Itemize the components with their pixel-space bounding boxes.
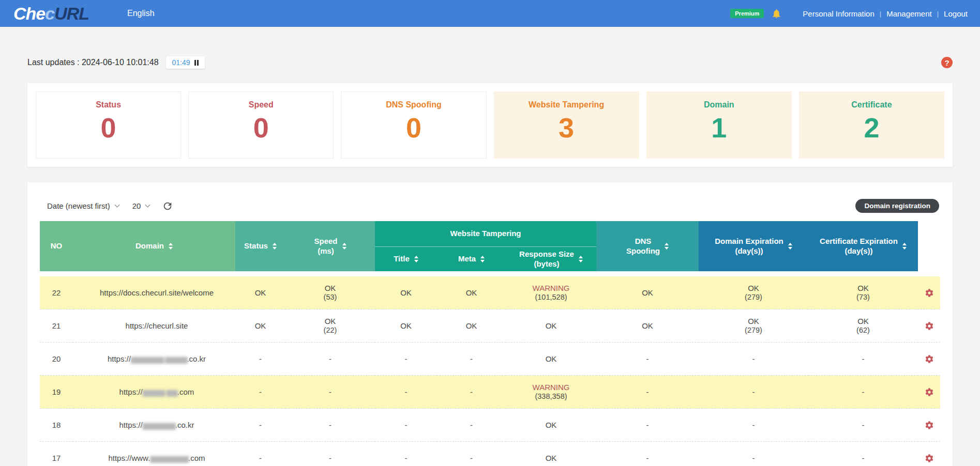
cell-certificate-expiration: OK(62) (808, 309, 918, 343)
cell-domain-expiration: - (699, 409, 808, 442)
cell-meta: - (437, 409, 506, 442)
card-title: Website Tampering (494, 100, 639, 110)
cell-title: - (375, 376, 437, 409)
table-row: 21https://checurl.siteOKOK(22)OKOKOKOKOK… (40, 309, 940, 343)
row-settings-gear-icon[interactable] (925, 421, 934, 430)
table-row: 20https://▆▆▆▆▆▆.▆▆▆▆.co.kr----OK--- (40, 343, 940, 376)
th-meta[interactable]: Meta (437, 247, 506, 271)
card-title: Status (36, 100, 180, 110)
logo-part-1: Che (13, 4, 45, 23)
row-settings-gear-icon[interactable] (925, 354, 934, 364)
cell-status: - (235, 376, 285, 409)
row-domain: https://docs.checurl.site/welcome (73, 276, 235, 309)
summary-card-website-tampering[interactable]: Website Tampering3 (494, 91, 639, 159)
cell-response-size: OK (506, 442, 596, 466)
page-content: Last updates : 2024-06-10 10:01:48 01:49… (0, 56, 980, 466)
cell-speed: OK(22) (285, 309, 375, 343)
cell-response-size: OK (506, 343, 596, 376)
th-certificate-expiration[interactable]: Certificate Expiration (day(s)) (808, 221, 918, 271)
sort-icon (579, 256, 583, 262)
card-value: 2 (800, 110, 944, 146)
nav-link-management[interactable]: Management (886, 9, 932, 18)
card-title: DNS Spoofing (341, 100, 486, 110)
sort-icon (902, 243, 907, 250)
cell-status: - (235, 343, 285, 376)
cell-meta: OK (437, 309, 506, 343)
row-domain: https://▆▆▆▆-▆▆.com (73, 376, 235, 409)
th-domain-expiration[interactable]: Domain Expiration (day(s)) (699, 221, 808, 271)
cell-dns-spoofing: OK (596, 276, 699, 309)
th-dns-spoofing[interactable]: DNS Spoofing (596, 221, 699, 271)
row-settings-gear-icon[interactable] (925, 321, 934, 331)
table-row: 17https://www.▆▆▆▆▆▆▆.com----OK--- (40, 442, 940, 466)
cell-domain-expiration: - (699, 376, 808, 409)
summary-card-domain[interactable]: Domain1 (646, 91, 792, 159)
cell-title: - (375, 343, 437, 376)
sort-icon (342, 243, 346, 250)
row-settings-gear-icon[interactable] (925, 387, 934, 397)
help-icon[interactable]: ? (941, 57, 953, 68)
cell-certificate-expiration: - (808, 442, 918, 466)
cell-speed: - (285, 409, 375, 442)
row-actions (918, 376, 940, 409)
page-size-select[interactable]: 20 (132, 201, 150, 210)
row-actions (918, 276, 940, 309)
th-no: NO (40, 221, 73, 271)
pause-icon (194, 60, 199, 66)
cell-speed: - (285, 376, 375, 409)
nav-link-personal-information[interactable]: Personal Information (803, 9, 874, 18)
refresh-timer-chip[interactable]: 01:49 (166, 56, 205, 69)
th-actions (918, 221, 940, 271)
nav-link-logout[interactable]: Logout (944, 9, 968, 18)
sort-order-select[interactable]: Date (newest first) (47, 201, 119, 210)
cell-domain-expiration: OK(279) (699, 309, 808, 343)
cell-dns-spoofing: - (596, 343, 699, 376)
summary-card-status[interactable]: Status0 (36, 91, 181, 159)
update-row: Last updates : 2024-06-10 10:01:48 01:49… (27, 56, 953, 69)
cell-status: OK (235, 276, 285, 309)
row-domain: https://checurl.site (73, 309, 235, 343)
logo-part-3: URL (54, 4, 89, 23)
row-domain: https://▆▆▆▆▆▆.co.kr (73, 409, 235, 442)
table-body: 22https://docs.checurl.site/welcomeOKOK(… (40, 271, 940, 466)
cell-certificate-expiration: - (808, 409, 918, 442)
cell-title: OK (375, 309, 437, 343)
nav-links: Personal Information | Management | Logo… (803, 9, 968, 18)
th-domain[interactable]: Domain (73, 221, 235, 271)
row-number: 20 (40, 343, 73, 376)
card-value: 1 (647, 110, 791, 146)
chevron-down-icon (114, 202, 119, 207)
cell-title: - (375, 442, 437, 466)
cell-status: - (235, 442, 285, 466)
redacted-domain-segment: ▆▆▆▆▆▆ (143, 421, 175, 429)
th-response-size[interactable]: Response Size (bytes) (506, 247, 596, 271)
notification-bell-icon[interactable] (771, 8, 782, 19)
cell-speed: - (285, 343, 375, 376)
sort-order-value: Date (newest first) (47, 201, 110, 210)
page-size-value: 20 (132, 201, 141, 210)
th-speed[interactable]: Speed (ms) (285, 221, 375, 271)
sort-icon (273, 243, 277, 250)
row-number: 17 (40, 442, 73, 466)
th-status[interactable]: Status (235, 221, 285, 271)
domain-registration-button[interactable]: Domain registration (855, 199, 939, 213)
cell-domain-expiration: - (699, 442, 808, 466)
th-website-tampering-group: Website Tampering (375, 221, 596, 247)
cell-meta: - (437, 343, 506, 376)
summary-card-speed[interactable]: Speed0 (188, 91, 334, 159)
cell-status: - (235, 409, 285, 442)
refresh-icon[interactable] (162, 200, 173, 212)
summary-card-certificate[interactable]: Certificate2 (799, 91, 944, 159)
language-selector[interactable]: English (127, 9, 154, 18)
summary-card-dns-spoofing[interactable]: DNS Spoofing0 (341, 91, 486, 159)
row-domain: https://▆▆▆▆▆▆.▆▆▆▆.co.kr (73, 343, 235, 376)
sort-icon (169, 243, 173, 250)
row-settings-gear-icon[interactable] (925, 288, 934, 298)
redacted-domain-segment: ▆▆▆▆-▆▆ (143, 387, 177, 396)
app-logo[interactable]: ChecURL (13, 4, 89, 24)
sort-icon (414, 256, 418, 262)
row-settings-gear-icon[interactable] (925, 454, 934, 463)
th-title[interactable]: Title (375, 247, 437, 271)
cell-meta: - (437, 442, 506, 466)
card-title: Speed (189, 100, 333, 110)
